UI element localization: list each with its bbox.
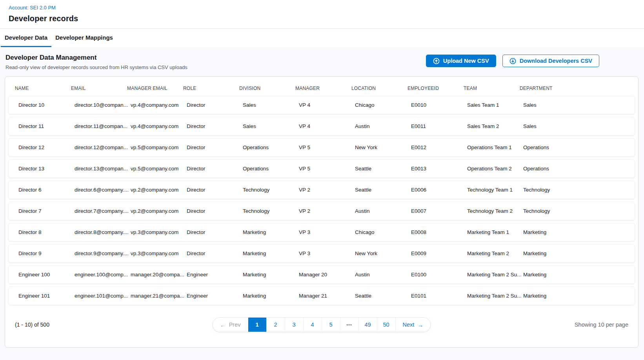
page-button-2[interactable]: 2 <box>267 318 285 332</box>
content-area: Developer Data Management Read-only view… <box>0 47 644 360</box>
table-cell: Marketing Team 1 <box>467 229 523 235</box>
table-cell: Technology <box>523 208 579 214</box>
table-cell: Sales <box>523 123 579 129</box>
table-cell: Director <box>187 229 243 235</box>
table-cell: Chicago <box>355 102 411 108</box>
column-header: LOCATION <box>351 86 408 91</box>
column-header: DEPARTMENT <box>520 86 576 91</box>
table-cell: vp.4@company.com <box>131 123 187 129</box>
table-cell: E0006 <box>411 187 467 193</box>
next-button[interactable]: Next → <box>396 318 431 332</box>
table-cell: Marketing <box>523 229 579 235</box>
table-cell: Manager 21 <box>299 293 355 299</box>
table-cell: Technology Team 2 <box>467 208 523 214</box>
table-cell: director.11@compan... <box>75 123 131 129</box>
table-cell: Operations Team 2 <box>467 166 523 172</box>
table-cell: Director <box>187 166 243 172</box>
table-cell: engineer.101@comp... <box>75 293 131 299</box>
results-range-label: (1 - 10) of 500 <box>15 322 213 328</box>
table-cell: Marketing <box>243 272 299 278</box>
table-cell: manager.20@compa... <box>131 272 187 278</box>
table-cell: vp.2@company.com <box>131 187 187 193</box>
section-header: Developer Data Management Read-only view… <box>5 54 639 70</box>
table-cell: VP 3 <box>299 229 355 235</box>
table-cell: Operations <box>243 144 299 150</box>
table-cell: vp.3@company.com <box>131 229 187 235</box>
table-cell: Engineer 100 <box>18 272 75 278</box>
table-cell: Director 6 <box>18 187 75 193</box>
table-row: Director 7director.7@company....vp.2@com… <box>8 202 635 220</box>
table-cell: Operations <box>243 166 299 172</box>
tab-developer-data[interactable]: Developer Data <box>1 29 51 47</box>
table-cell: E0011 <box>411 123 467 129</box>
section-title: Developer Data Management <box>5 54 187 62</box>
table-footer: (1 - 10) of 500 ← Prev 12345•••4950 Next… <box>8 308 635 332</box>
table-cell: Marketing Team 2 Su... <box>467 272 523 278</box>
table-body: Director 10director.10@compan...vp.4@com… <box>8 96 635 305</box>
table-cell: E0008 <box>411 229 467 235</box>
table-cell: engineer.100@comp... <box>75 272 131 278</box>
column-header: DIVISION <box>239 86 295 91</box>
table-cell: Sales Team 2 <box>467 123 523 129</box>
table-cell: Marketing Team 2 Su... <box>467 293 523 299</box>
column-header: MANAGER EMAIL <box>127 86 183 91</box>
page-button-4[interactable]: 4 <box>304 318 322 332</box>
table-cell: Manager 20 <box>299 272 355 278</box>
table-cell: Director 8 <box>18 229 75 235</box>
table-cell: VP 2 <box>299 208 355 214</box>
table-cell: VP 4 <box>299 102 355 108</box>
table-cell: vp.3@company.com <box>131 250 187 256</box>
account-breadcrumb-link[interactable]: Account: SEI 2.0 PM <box>9 5 56 11</box>
arrow-left-icon: ← <box>220 322 226 328</box>
upload-new-csv-button[interactable]: Upload New CSV <box>426 55 496 67</box>
table-cell: Director <box>187 208 243 214</box>
per-page-label: Showing 10 per page <box>431 322 628 328</box>
table-cell: Director <box>187 144 243 150</box>
page-button-3[interactable]: 3 <box>285 318 304 332</box>
table-row: Engineer 101engineer.101@comp...manager.… <box>8 287 635 305</box>
table-cell: Engineer <box>187 293 243 299</box>
table-cell: Director 12 <box>18 144 75 150</box>
table-cell: vp.5@company.com <box>131 166 187 172</box>
table-cell: director.10@compan... <box>75 102 131 108</box>
prev-button[interactable]: ← Prev <box>213 318 248 332</box>
table-cell: Technology <box>523 187 579 193</box>
table-cell: Engineer 101 <box>18 293 75 299</box>
table-cell: Director 11 <box>18 123 75 129</box>
table-cell: Marketing Team 2 <box>467 250 523 256</box>
column-header: TEAM <box>464 86 520 91</box>
page-button-50[interactable]: 50 <box>377 318 396 332</box>
download-developers-csv-button[interactable]: Download Developers CSV <box>502 55 599 67</box>
table-cell: Sales Team 1 <box>467 102 523 108</box>
table-cell: director.12@compan... <box>75 144 131 150</box>
table-cell: Operations <box>523 166 579 172</box>
tab-developer-mappings[interactable]: Developer Mappings <box>51 29 117 47</box>
table-cell: Director 13 <box>18 166 75 172</box>
table-cell: Seattle <box>355 293 411 299</box>
table-cell: Marketing <box>523 250 579 256</box>
table-row: Director 13director.13@compan...vp.5@com… <box>8 159 635 178</box>
download-icon <box>509 58 516 64</box>
table-cell: New York <box>355 250 411 256</box>
tab-bar: Developer Data Developer Mappings <box>0 29 644 47</box>
table-cell: director.7@company.... <box>75 208 131 214</box>
arrow-right-icon: → <box>417 322 423 328</box>
table-cell: vp.2@company.com <box>131 208 187 214</box>
column-header: EMAIL <box>71 86 127 91</box>
table-cell: E0100 <box>411 272 467 278</box>
table-cell: director.8@company.... <box>75 229 131 235</box>
table-cell: director.9@company.... <box>75 250 131 256</box>
developer-table: NAMEEMAILMANAGER EMAILROLEDIVISIONMANAGE… <box>5 76 639 348</box>
table-cell: E0101 <box>411 293 467 299</box>
table-cell: Marketing <box>523 293 579 299</box>
table-cell: Director <box>187 123 243 129</box>
page-header: Account: SEI 2.0 PM Developer records <box>0 0 644 29</box>
upload-icon <box>433 58 440 64</box>
table-cell: director.13@compan... <box>75 166 131 172</box>
column-header: ROLE <box>183 86 239 91</box>
page-button-5[interactable]: 5 <box>322 318 340 332</box>
page-button-1[interactable]: 1 <box>248 318 267 332</box>
page-button-49[interactable]: 49 <box>359 318 377 332</box>
table-cell: Seattle <box>355 187 411 193</box>
table-cell: E0013 <box>411 166 467 172</box>
